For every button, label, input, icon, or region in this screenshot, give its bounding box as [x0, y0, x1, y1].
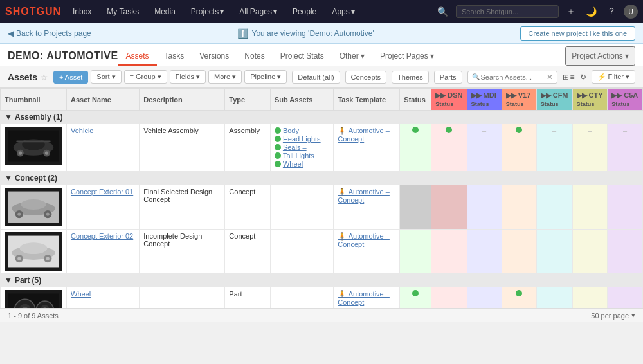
sub-wheel-link[interactable]: Wheel — [283, 160, 303, 168]
col-header-description[interactable]: Description — [140, 89, 225, 111]
asset-thumbnail-wheel — [1, 287, 67, 309]
dsn-concept02: – — [431, 230, 467, 274]
col-header-type[interactable]: Type — [225, 89, 271, 111]
col-header-dsn[interactable]: ▶▶ DSNStatus — [431, 89, 467, 111]
v17-dot-wheel — [516, 290, 522, 296]
asset-template-wheel: 🧍 Automotive – Concept — [334, 287, 400, 309]
favorite-star-button[interactable]: ☆ — [40, 72, 48, 82]
add-asset-button[interactable]: + Asset — [53, 71, 88, 84]
project-actions-section: Project Actions ▾ — [565, 46, 635, 66]
back-to-projects-link[interactable]: ◀ Back to Projects page — [8, 29, 91, 38]
nav-right-section: 🔍 ＋ 🌙 ？ U — [435, 5, 638, 19]
status-dot-vehicle — [412, 127, 419, 133]
sub-headlights-link[interactable]: Head Lights — [283, 135, 321, 143]
tab-other[interactable]: Other ▾ — [332, 48, 372, 66]
list-view-icon[interactable]: ≡ — [570, 73, 575, 82]
view-type-icons: ⊞ ≡ — [563, 73, 575, 82]
col-header-sub-assets[interactable]: Sub Assets — [270, 89, 333, 111]
group-collapse-icon[interactable]: ▼ — [5, 113, 12, 122]
themes-view-button[interactable]: Themes — [392, 71, 429, 84]
sub-body-link[interactable]: Body — [283, 127, 299, 134]
svg-point-10 — [21, 199, 46, 210]
wheel-link[interactable]: Wheel — [71, 290, 91, 298]
clear-search-icon[interactable]: ✕ — [547, 73, 553, 82]
create-project-button[interactable]: Create new project like this one — [520, 26, 635, 41]
help-icon[interactable]: ？ — [604, 5, 619, 19]
page-tabs-row: DEMO: AUTOMOTIVE Assets Tasks Versions N… — [8, 46, 635, 66]
svg-point-17 — [20, 242, 48, 254]
vehicle-link[interactable]: Vehicle — [71, 127, 93, 134]
col-header-status[interactable]: Status — [400, 89, 431, 111]
concept02-link[interactable]: Concept Exterior 02 — [71, 232, 133, 240]
tab-assets[interactable]: Assets — [118, 48, 157, 66]
group-collapse-icon-part[interactable]: ▼ — [5, 276, 12, 285]
nav-projects[interactable]: Projects ▾ — [187, 5, 228, 19]
group-collapse-icon-concept[interactable]: ▼ — [5, 174, 12, 183]
nav-all-pages[interactable]: All Pages ▾ — [235, 5, 281, 19]
tab-project-stats[interactable]: Project Stats — [273, 48, 332, 66]
tab-tasks[interactable]: Tasks — [157, 48, 192, 66]
more-button[interactable]: More ▾ — [208, 70, 242, 84]
concepts-view-button[interactable]: Concepts — [345, 71, 386, 84]
tab-versions[interactable]: Versions — [192, 48, 237, 66]
add-icon[interactable]: ＋ — [564, 5, 578, 19]
col-header-cfm[interactable]: ▶▶ CFMStatus — [536, 89, 572, 111]
asset-sub-concept01 — [270, 185, 333, 230]
cty-concept01 — [572, 185, 608, 230]
tab-notes[interactable]: Notes — [237, 48, 272, 66]
grid-view-icon[interactable]: ⊞ — [563, 73, 569, 82]
page-header: DEMO: AUTOMOTIVE Assets Tasks Versions N… — [0, 44, 643, 66]
thumbnail-concept02 — [5, 232, 62, 271]
user-avatar[interactable]: U — [624, 5, 638, 19]
table-row: Concept Exterior 02 Incomplete Design Co… — [1, 230, 643, 274]
per-page-selector[interactable]: 50 per page ▾ — [591, 311, 635, 320]
tab-project-pages[interactable]: Project Pages ▾ — [372, 48, 442, 66]
project-actions-button[interactable]: Project Actions ▾ — [565, 46, 635, 66]
col-header-mdi[interactable]: ▶▶ MDIStatus — [467, 89, 502, 111]
sub-seals-link[interactable]: Seals – — [283, 143, 307, 151]
per-page-dropdown-icon[interactable]: ▾ — [631, 311, 635, 320]
col-header-cty[interactable]: ▶▶ CTYStatus — [572, 89, 608, 111]
group-concept-label: Concept (2) — [15, 174, 57, 183]
sort-button[interactable]: Sort ▾ — [91, 70, 121, 84]
col-header-c5a[interactable]: ▶▶ C5AStatus — [608, 89, 643, 111]
template-link-concept01[interactable]: 🧍 Automotive – Concept — [338, 188, 390, 204]
v17-vehicle — [502, 124, 536, 172]
car-image-concept01 — [8, 191, 59, 223]
default-all-view-button[interactable]: Default (all) — [292, 71, 340, 84]
filter-button[interactable]: ⚡ Filter ▾ — [592, 70, 635, 84]
search-icon[interactable]: 🔍 — [435, 5, 451, 18]
sub-taillights-link[interactable]: Tail Lights — [283, 152, 314, 159]
group-button[interactable]: ≡ Group ▾ — [124, 70, 167, 84]
per-page-label: 50 per page — [591, 312, 629, 320]
nav-inbox[interactable]: Inbox — [69, 5, 95, 19]
asset-type-vehicle: Assembly — [225, 124, 271, 172]
nav-people[interactable]: People — [289, 5, 320, 19]
nav-my-tasks[interactable]: My Tasks — [103, 5, 143, 19]
nav-apps[interactable]: Apps ▾ — [328, 5, 358, 19]
info-message: You are viewing 'Demo: Automotive' — [252, 29, 374, 38]
c5a-concept02 — [608, 230, 643, 274]
cfm-concept02 — [536, 230, 572, 274]
project-title: DEMO: AUTOMOTIVE — [8, 48, 118, 64]
parts-view-button[interactable]: Parts — [434, 71, 462, 84]
template-link-concept02[interactable]: 🧍 Automotive – Concept — [338, 232, 390, 248]
cty-concept02 — [572, 230, 608, 274]
col-header-v17[interactable]: ▶▶ V17Status — [502, 89, 536, 111]
nav-media[interactable]: Media — [150, 5, 179, 19]
wheel-image — [8, 293, 59, 308]
col-header-task-template[interactable]: Task Template — [334, 89, 400, 111]
svg-rect-7 — [16, 141, 50, 143]
col-header-asset-name[interactable]: Asset Name — [67, 89, 140, 111]
refresh-icon[interactable]: ↻ — [580, 73, 586, 82]
table-row: Vehicle Vehicle Assembly Assembly Body H… — [1, 124, 643, 172]
concept01-link[interactable]: Concept Exterior 01 — [71, 188, 133, 196]
template-link-wheel[interactable]: 🧍 Automotive – Concept — [338, 290, 390, 306]
pipeline-button[interactable]: Pipeline ▾ — [244, 70, 287, 84]
template-link-vehicle[interactable]: 🧍 Automotive – Concept — [338, 127, 390, 143]
cfm-wheel: – — [536, 287, 572, 309]
global-search-input[interactable] — [456, 5, 559, 18]
search-assets-input[interactable] — [481, 73, 545, 81]
fields-button[interactable]: Fields ▾ — [170, 70, 206, 84]
moon-icon[interactable]: 🌙 — [583, 5, 599, 18]
